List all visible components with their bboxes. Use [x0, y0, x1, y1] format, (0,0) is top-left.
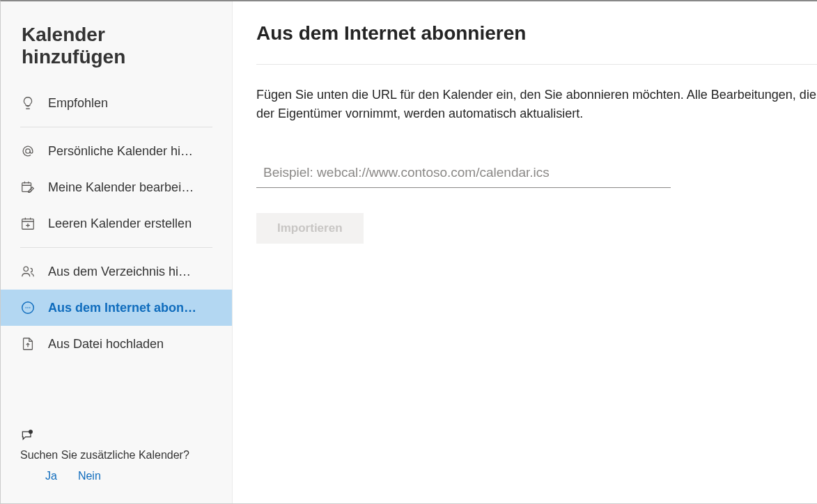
- sidebar-title: Kalender hinzufügen: [1, 1, 232, 85]
- nav-item-create-empty[interactable]: Leeren Kalender erstellen: [10, 205, 222, 242]
- svg-point-0: [26, 149, 30, 153]
- nav-label: Leeren Kalender erstellen: [48, 216, 192, 231]
- main-content: Aus dem Internet abonnieren Fügen Sie un…: [233, 1, 817, 503]
- nav-label: Persönliche Kalender hi…: [48, 144, 193, 159]
- nav-item-recommended[interactable]: Empfohlen: [10, 85, 222, 121]
- nav-group-2: Persönliche Kalender hi… Meine Kalender …: [1, 133, 232, 242]
- feedback-icon: [20, 429, 212, 443]
- svg-point-3: [24, 267, 28, 271]
- nav-label: Aus Datei hochladen: [48, 337, 164, 352]
- nav-item-directory[interactable]: Aus dem Verzeichnis hi…: [10, 253, 222, 290]
- globe-icon: [20, 300, 36, 315]
- divider: [20, 247, 212, 248]
- people-icon: [20, 264, 36, 279]
- feedback-question: Suchen Sie zusätzliche Kalender?: [20, 447, 212, 463]
- sidebar: Kalender hinzufügen Empfohlen Persönlich…: [1, 1, 233, 503]
- nav-label: Aus dem Verzeichnis hi…: [48, 265, 191, 279]
- nav-item-upload[interactable]: Aus Datei hochladen: [10, 326, 222, 362]
- lightbulb-icon: [20, 95, 36, 111]
- svg-point-8: [29, 430, 33, 434]
- nav-item-internet[interactable]: Aus dem Internet abon…: [1, 290, 232, 326]
- edit-calendar-icon: [20, 180, 36, 195]
- svg-point-6: [27, 307, 29, 308]
- svg-point-5: [25, 307, 26, 308]
- calendar-plus-icon: [20, 216, 36, 231]
- nav-label: Meine Kalender bearbei…: [48, 180, 194, 195]
- nav-group-3: Aus dem Verzeichnis hi… Aus dem Internet…: [1, 253, 232, 362]
- feedback-yes-link[interactable]: Ja: [45, 470, 57, 482]
- file-upload-icon: [20, 336, 36, 352]
- import-button[interactable]: Importieren: [256, 213, 364, 244]
- calendar-url-input[interactable]: [256, 161, 671, 188]
- feedback-no-link[interactable]: Nein: [78, 470, 101, 482]
- nav-label: Empfohlen: [48, 96, 108, 111]
- at-icon: [20, 143, 36, 159]
- main-title: Aus dem Internet abonnieren: [256, 22, 817, 65]
- main-body: Fügen Sie unten die URL für den Kalender…: [256, 65, 817, 244]
- nav-item-edit[interactable]: Meine Kalender bearbei…: [10, 169, 222, 205]
- nav-label: Aus dem Internet abon…: [48, 301, 196, 315]
- svg-point-7: [29, 307, 31, 308]
- nav-item-personal[interactable]: Persönliche Kalender hi…: [10, 133, 222, 169]
- nav-group-1: Empfohlen: [1, 85, 232, 121]
- feedback-actions: Ja Nein: [20, 470, 212, 482]
- divider: [20, 127, 212, 127]
- description: Fügen Sie unten die URL für den Kalender…: [256, 86, 817, 123]
- feedback-section: Suchen Sie zusätzliche Kalender? Ja Nein: [1, 419, 232, 503]
